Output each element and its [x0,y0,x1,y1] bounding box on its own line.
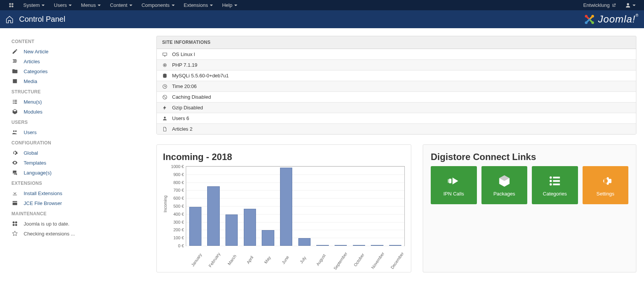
chart-bar [298,238,311,246]
main-content: SITE INFORMATIONS OS Linux lPHP 7.1.19My… [156,28,644,280]
svg-rect-17 [449,179,450,183]
site-info-text: Caching Disabled [172,94,211,100]
tile-settings[interactable]: Settings [583,166,629,204]
digistore-tiles: IPN CallsPackagesCategoriesSettings [431,166,628,204]
top-navbar-user-menu[interactable] [621,1,640,10]
tile-packages[interactable]: Packages [481,166,528,204]
top-menu-label: System [23,2,40,8]
download-icon [12,190,18,196]
sidebar-item-templates[interactable]: Templates [11,158,151,168]
sidebar-item-global[interactable]: Global [11,148,151,158]
caret-down-icon [210,5,213,6]
chart-bar-slot [368,167,386,246]
sidebar-item-language-s-[interactable]: Language(s) [11,168,151,178]
site-info-row: PHP 7.1.19 [157,59,636,70]
clock-icon [162,84,167,89]
top-menu-help[interactable]: Help [217,1,242,10]
svg-rect-18 [451,179,452,183]
chart-y-tick: 200 € [173,227,186,232]
ban-icon [162,94,167,100]
sidebar-heading: USERS [11,120,151,125]
top-menu-users[interactable]: Users [49,1,76,10]
svg-point-5 [591,14,594,17]
pencil-icon [12,48,18,54]
caret-down-icon [69,5,72,6]
svg-point-1 [11,3,13,5]
sidebar-item-menu-s-[interactable]: Menu(s) [11,97,151,107]
home-icon [5,15,14,24]
page-header: Control Panel Joomla!® [0,10,644,28]
chart-bar-slot [386,167,404,246]
site-info-text: Articles 2 [172,126,192,132]
sidebar-heading: CONTENT [11,39,151,44]
tile-ipn-calls[interactable]: IPN Calls [431,166,477,204]
chart-x-tick: October [352,251,366,269]
top-navbar-left: SystemUsersMenusContentComponentsExtensi… [4,1,242,10]
sidebar-item-users[interactable]: Users [11,127,151,137]
digistore-links-panel: Digistore Connect Links IPN CallsPackage… [423,144,636,272]
svg-point-11 [15,224,17,226]
sidebar-item-jce-file-browser[interactable]: JCE File Browser [11,198,151,208]
sidebar-item-label: Articles [24,59,40,64]
svg-rect-20 [553,176,560,178]
chart-bar [389,245,401,246]
tile-categories[interactable]: Categories [532,166,578,204]
caret-down-icon [98,5,101,6]
site-info-row: Time 20:06 [157,81,636,91]
chart-x-tick: November [370,251,385,270]
sidebar-item-media[interactable]: Media [11,76,151,86]
chart-x-tick: May [261,251,275,269]
chart-bar [371,245,383,246]
external-link-icon [612,3,616,8]
sidebar-item-install-extensions[interactable]: Install Extensions [11,188,151,198]
joomla-logo-icon [583,13,596,26]
gear-icon [12,150,18,156]
sidebar-item-checking-extensions-: Checking extensions ... [11,229,151,239]
sidebar-item-label: Language(s) [24,170,52,176]
sidebar-heading: CONFIGURATION [11,140,151,146]
sidebar-item-label: Users [24,130,37,135]
site-info-text: Gzip Disabled [172,105,203,110]
chart-x-tick: February [207,251,221,269]
database-icon [162,73,167,78]
chart-y-tick: 1000 € [171,164,186,169]
top-menu-content[interactable]: Content [105,1,137,10]
top-menu-components[interactable]: Components [137,1,179,10]
svg-rect-24 [553,183,560,185]
top-navbar: SystemUsersMenusContentComponentsExtensi… [0,0,644,10]
chart-x-tick: April [243,251,257,269]
sidebar-item-new-article[interactable]: New Article [11,46,151,56]
svg-rect-16 [448,179,449,183]
chart-plot: 0 €100 €200 €300 €400 €500 €600 €700 €80… [186,166,405,246]
tile-label: Settings [596,191,614,197]
sidebar-item-modules[interactable]: Modules [11,107,151,117]
users-icon [12,129,18,135]
svg-point-4 [585,14,588,17]
sidebar-item-label: Modules [24,109,42,115]
list-icon [12,99,18,105]
top-navbar-site-link[interactable]: Entwicklung [579,1,621,10]
joomla-mini-icon [8,2,14,8]
sidebar-item-label: Templates [24,160,46,166]
chart-bar-slot [204,167,223,246]
list-big-icon [548,174,562,188]
sidebar-item-joomla-is-up-to-date-: Joomla is up to date. [11,219,151,229]
top-menu-extensions[interactable]: Extensions [179,1,218,10]
caret-down-icon [172,5,175,6]
site-info-row: Users 6 [157,113,636,123]
svg-point-0 [9,3,11,5]
top-menu-menus[interactable]: Menus [76,1,105,10]
svg-point-6 [591,21,594,24]
tile-label: Categories [543,191,567,197]
chart-bar-slot [241,167,259,246]
file-icon [162,126,167,132]
site-info-text: PHP 7.1.19 [172,62,197,68]
sidebar-item-articles[interactable]: Articles [11,56,151,66]
sidebar-item-categories[interactable]: Categories [11,66,151,76]
site-info-text: MySQLi 5.5.60-0+deb7u1 [172,73,229,78]
top-navbar-joomla-glyph[interactable] [4,1,19,10]
folder-icon [12,68,18,74]
brand-logo[interactable]: Joomla!® [583,13,639,26]
chart-bar [316,245,328,246]
top-menu-system[interactable]: System [19,1,49,10]
